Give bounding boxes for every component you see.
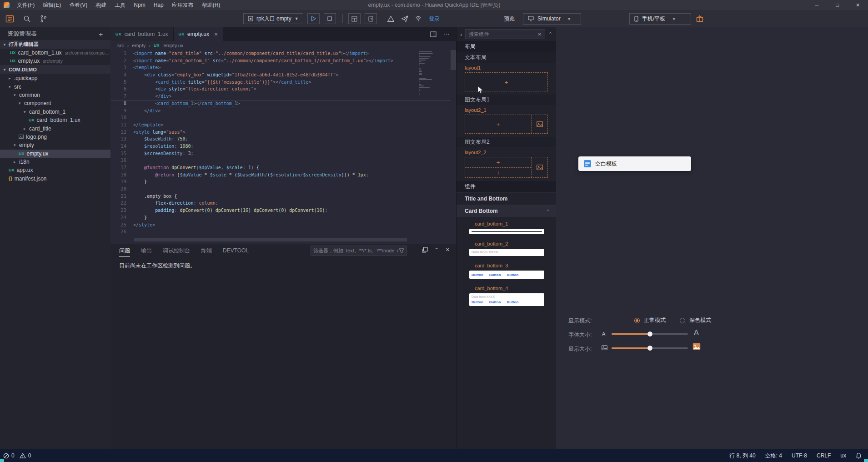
tree-item-component[interactable]: ▾component — [0, 99, 110, 107]
language-mode[interactable]: ux — [840, 452, 846, 459]
code-line-9[interactable]: 9 </div> — [110, 107, 451, 115]
open-editor-item[interactable]: UXempty.uxsrc\empty — [0, 57, 110, 65]
indentation[interactable]: 空格: 4 — [765, 452, 782, 460]
search-icon[interactable] — [23, 15, 31, 23]
menu-Hap[interactable]: Hap — [150, 0, 168, 10]
open-editor-item[interactable]: UXcard_bottom_1.uxsrc\common\component\c… — [0, 49, 110, 57]
add-file-button[interactable]: ＋ — [97, 30, 104, 37]
code-line-5[interactable]: 5 <card_title title="{{$t('message.title… — [110, 79, 451, 86]
component-search[interactable]: ✕ — [465, 29, 545, 39]
notifications-bell-icon[interactable] — [856, 452, 862, 459]
tree-item-card_bottom_1[interactable]: ▾card_bottom_1 — [0, 108, 110, 116]
toggle-view-icon[interactable] — [430, 31, 437, 37]
components-section-header[interactable]: 组件 — [457, 181, 556, 192]
layout2-2-item[interactable]: ＋ ＋ — [465, 157, 548, 178]
problems-filter[interactable] — [311, 246, 407, 256]
code-line-20[interactable]: 20 — [110, 186, 451, 193]
tree-item-empty[interactable]: ▾empty — [0, 141, 110, 149]
code-line-16[interactable]: 16 — [110, 157, 451, 164]
tree-item-common[interactable]: ▾common — [0, 91, 110, 99]
code-line-6[interactable]: 6 <div style="flex-direction: column;"> — [110, 85, 451, 93]
simulator-select[interactable]: Simulator ▼ — [523, 13, 581, 25]
slider-thumb[interactable] — [647, 346, 652, 351]
measure-icon[interactable] — [387, 15, 395, 22]
blank-template-card[interactable]: 空白模板 — [578, 156, 691, 171]
code-line-13[interactable]: 13 $baseWidth: 750; — [110, 136, 451, 143]
scrollbar-thumb[interactable] — [451, 50, 456, 70]
fingerprint-icon[interactable] — [415, 15, 422, 22]
code-line-11[interactable]: 11</template> — [110, 121, 451, 129]
code-line-14[interactable]: 14 $resolution: 1080; — [110, 143, 451, 150]
panel-tab-终端[interactable]: 终端 — [201, 245, 212, 257]
code-line-7[interactable]: 7 </div> — [110, 93, 451, 100]
warnings-count[interactable]: 0 — [28, 452, 31, 459]
horizontal-scrollbar[interactable] — [134, 238, 427, 241]
code-line-3[interactable]: 3<template> — [110, 64, 451, 71]
panel-tab-DEVTOOL[interactable]: DEVTOOL — [223, 245, 249, 257]
layout2-1-label[interactable]: layout2_1 — [457, 105, 556, 114]
menu-应用发布[interactable]: 应用发布 — [168, 0, 198, 10]
eol-sequence[interactable]: CRLF — [817, 452, 831, 459]
errors-icon[interactable] — [3, 453, 9, 459]
code-line-25[interactable]: 25</style> — [110, 221, 451, 229]
menu-工具[interactable]: 工具 — [110, 0, 130, 10]
dark-mode-radio[interactable] — [680, 318, 685, 323]
run-button[interactable] — [307, 13, 320, 24]
minimap[interactable] — [418, 50, 434, 123]
menu-构建[interactable]: 构建 — [91, 0, 110, 10]
component-card_bottom_3[interactable]: card_bottom_3ButtonButtonButton — [457, 259, 556, 281]
code-line-10[interactable]: 10 — [110, 114, 451, 121]
component-preview[interactable]: Data from XXXXButtonButtonButton — [469, 293, 544, 306]
breadcrumb-item[interactable]: UXempty.ux — [154, 43, 183, 48]
debug-panel-button[interactable] — [348, 13, 361, 24]
code-line-18[interactable]: 18 @return ($dpValue * $scale * ($baseWi… — [110, 171, 451, 179]
menu-帮助(H)[interactable]: 帮助(H) — [198, 0, 225, 10]
open-in-editor-icon[interactable] — [422, 247, 428, 253]
maximize-panel-icon[interactable]: ⌃ — [435, 247, 439, 253]
vertical-scrollbar[interactable] — [451, 50, 456, 236]
display-size-slider[interactable] — [612, 345, 688, 351]
tree-item-i18n[interactable]: ▸i18n — [0, 158, 110, 166]
component-preview[interactable]: Data from XXXX — [469, 249, 544, 256]
layout2-2-label[interactable]: layout2_2 — [457, 147, 556, 156]
tree-item-logo.png[interactable]: logo.png — [0, 133, 110, 141]
editor-tab-empty.ux[interactable]: UXempty.ux✕ — [174, 27, 224, 41]
component-card_bottom_4[interactable]: card_bottom_4Data from XXXXButtonButtonB… — [457, 281, 556, 309]
stop-button[interactable] — [324, 13, 336, 24]
send-icon[interactable] — [401, 15, 408, 22]
filter-icon[interactable] — [399, 248, 404, 253]
encoding[interactable]: UTF-8 — [792, 452, 807, 459]
errors-count[interactable]: 0 — [11, 452, 15, 459]
project-section[interactable]: ▾ COM.DEMO — [0, 65, 110, 74]
rpk-entry-select[interactable]: rpk入口 empty ▼ — [243, 13, 303, 24]
editor-tab-card_bottom_1.ux[interactable]: UXcard_bottom_1.ux — [110, 27, 174, 41]
code-line-21[interactable]: 21 .empty_box { — [110, 193, 451, 200]
device-select[interactable]: 手机/平板 ▼ — [629, 13, 691, 25]
font-size-slider[interactable] — [612, 331, 688, 336]
code-area[interactable]: 1<import name="card_title" src="../commo… — [110, 50, 451, 236]
tree-item-card_bottom_1.ux[interactable]: UXcard_bottom_1.ux — [0, 116, 110, 124]
normal-mode-radio[interactable] — [634, 318, 640, 323]
code-line-8[interactable]: 8 <card_bottom_1></card_bottom_1> — [110, 100, 451, 107]
code-line-19[interactable]: 19 } — [110, 178, 451, 186]
breadcrumb-item[interactable]: src — [117, 43, 124, 48]
layout2-1-item[interactable]: ＋ — [465, 115, 548, 134]
project-list-icon[interactable] — [5, 15, 14, 23]
panel-tab-问题[interactable]: 问题 — [119, 245, 130, 257]
code-line-15[interactable]: 15 $screenDensity: 3; — [110, 150, 451, 157]
code-line-27[interactable]: 27<script> — [110, 236, 451, 236]
layout-section-header[interactable]: 布局 — [457, 41, 556, 52]
code-line-1[interactable]: 1<import name="card_title" src="../commo… — [110, 50, 451, 57]
promotion-icon[interactable] — [696, 15, 704, 23]
panel-tab-调试控制台[interactable]: 调试控制台 — [163, 245, 190, 257]
panel-tab-输出[interactable]: 输出 — [141, 245, 152, 257]
close-panel-icon[interactable]: ✕ — [446, 247, 450, 253]
close-button[interactable]: ✕ — [848, 0, 868, 10]
component-preview[interactable] — [469, 229, 544, 234]
code-line-24[interactable]: 24 } — [110, 214, 451, 221]
group-card-bottom[interactable]: Card Bottom ⌃ — [457, 205, 556, 217]
component-card_bottom_1[interactable]: card_bottom_1 — [457, 217, 556, 237]
component-card_bottom_2[interactable]: card_bottom_2Data from XXXX — [457, 237, 556, 259]
tree-item-empty.ux[interactable]: UXempty.ux — [0, 150, 110, 158]
filter-input[interactable] — [313, 248, 399, 253]
